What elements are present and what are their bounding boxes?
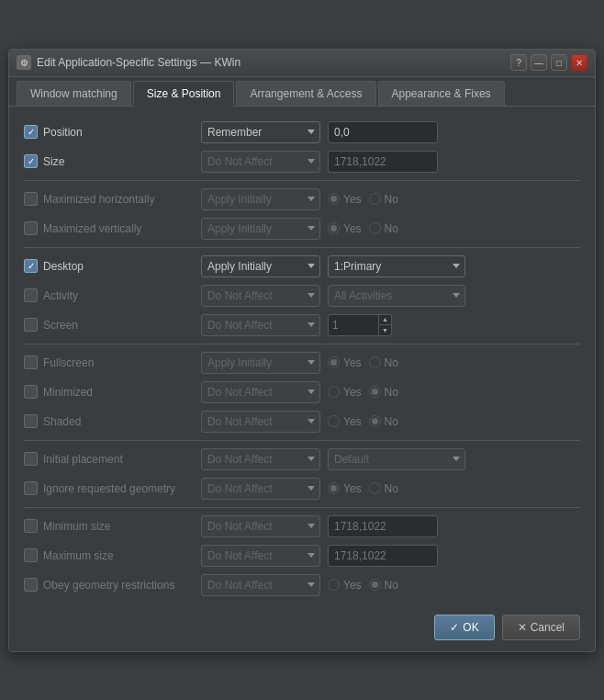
maximized-h-checkbox-label: Maximized horizontally [24, 192, 194, 206]
screen-up-arrow[interactable]: ▲ [379, 315, 391, 326]
minimized-dropdown[interactable]: Do Not Affect Apply Initially [201, 381, 320, 403]
screen-dropdown[interactable]: Do Not Affect Apply Initially [201, 314, 320, 336]
ignore-geometry-no-radio [369, 482, 381, 494]
cancel-button[interactable]: ✕ Cancel [502, 615, 580, 640]
maximized-v-checkbox[interactable] [24, 221, 38, 235]
max-size-dropdown[interactable]: Do Not Affect Apply Initially [201, 545, 320, 567]
tab-window-matching[interactable]: Window matching [17, 81, 131, 106]
desktop-checkbox-label: Desktop [24, 259, 194, 273]
app-icon: ⚙ [17, 55, 31, 70]
screen-arrows: ▲ ▼ [378, 315, 391, 335]
obey-geometry-no: No [369, 579, 398, 592]
desktop-label: Desktop [43, 260, 84, 273]
obey-geometry-yesno: Yes No [328, 579, 398, 592]
maximized-h-yes: Yes [328, 193, 362, 206]
divider-3 [24, 344, 580, 344]
row-activity: Activity Do Not Affect Apply Initially A… [24, 281, 580, 310]
maximized-h-yes-radio [328, 193, 340, 205]
obey-geometry-label: Obey geometry restrictions [43, 579, 174, 592]
desktop-dropdown[interactable]: Apply Initially Do Not Affect [201, 255, 320, 277]
activity-label: Activity [43, 289, 78, 302]
close-button[interactable]: ✕ [571, 54, 587, 71]
ignore-geometry-checkbox[interactable] [24, 481, 38, 495]
minimized-yesno: Yes No [328, 386, 398, 399]
maximized-h-label: Maximized horizontally [43, 193, 154, 206]
minimized-yes: Yes [328, 386, 362, 399]
maximized-h-checkbox[interactable] [24, 192, 38, 206]
obey-geometry-dropdown[interactable]: Do Not Affect Apply Initially [201, 574, 320, 596]
fullscreen-checkbox[interactable] [24, 356, 38, 369]
initial-placement-label: Initial placement [43, 453, 123, 466]
initial-placement-checkbox[interactable] [24, 452, 38, 466]
row-size: Size Do Not Affect Apply Initially Remem… [24, 147, 580, 176]
tab-size-position[interactable]: Size & Position [133, 81, 235, 107]
maximized-h-yesno: Yes No [328, 193, 398, 206]
fullscreen-label: Fullscreen [43, 356, 94, 369]
fullscreen-dropdown[interactable]: Apply Initially Do Not Affect [201, 352, 320, 374]
maximized-h-no-radio [369, 193, 381, 205]
maximized-v-no: No [369, 222, 398, 235]
shaded-checkbox-label: Shaded [24, 414, 194, 428]
ignore-geometry-yesno: Yes No [328, 482, 398, 495]
maximized-v-dropdown[interactable]: Apply Initially Do Not Affect [201, 218, 320, 240]
titlebar: ⚙ Edit Application-Specific Settings — K… [9, 50, 595, 77]
ignore-geometry-dropdown[interactable]: Do Not Affect Apply Initially [201, 478, 320, 500]
position-dropdown[interactable]: Remember Do Not Affect Apply Initially F… [201, 121, 320, 143]
screen-checkbox[interactable] [24, 318, 38, 332]
max-size-checkbox[interactable] [24, 548, 38, 562]
screen-value: 1 [329, 319, 378, 332]
activity-checkbox[interactable] [24, 288, 38, 302]
maximized-v-no-radio [369, 222, 381, 234]
ok-button[interactable]: ✓ OK [434, 615, 494, 640]
position-value[interactable] [328, 121, 438, 143]
minimize-button[interactable]: — [531, 54, 547, 71]
row-ignore-geometry: Ignore requested geometry Do Not Affect … [24, 474, 580, 503]
footer: ✓ OK ✕ Cancel [9, 607, 595, 651]
maximize-button[interactable]: □ [551, 54, 567, 71]
max-size-label: Maximum size [43, 549, 114, 562]
shaded-checkbox[interactable] [24, 414, 38, 428]
fullscreen-yes: Yes [328, 356, 362, 369]
initial-placement-dropdown[interactable]: Do Not Affect Apply Initially [201, 448, 320, 470]
desktop-value[interactable]: 1:Primary 2:Secondary All Desktops [328, 255, 465, 277]
shaded-yes-radio [328, 415, 340, 427]
min-size-dropdown[interactable]: Do Not Affect Apply Initially [201, 515, 320, 537]
activity-value[interactable]: All Activities [328, 285, 465, 307]
obey-geometry-yes-radio [328, 579, 340, 591]
activity-dropdown[interactable]: Do Not Affect Apply Initially [201, 285, 320, 307]
help-button[interactable]: ? [510, 54, 527, 71]
cancel-x-icon: ✕ [518, 621, 527, 634]
max-size-checkbox-label: Maximum size [24, 548, 194, 562]
tab-appearance-fixes[interactable]: Appearance & Fixes [378, 81, 505, 106]
maximized-h-dropdown[interactable]: Apply Initially Do Not Affect [201, 188, 320, 210]
initial-placement-value[interactable]: Default Center Smart [328, 448, 465, 470]
position-checkbox[interactable] [24, 125, 38, 139]
obey-geometry-checkbox-label: Obey geometry restrictions [24, 578, 194, 592]
initial-placement-checkbox-label: Initial placement [24, 452, 194, 466]
size-checkbox[interactable] [24, 154, 38, 168]
ignore-geometry-yes-radio [328, 482, 340, 494]
size-dropdown[interactable]: Do Not Affect Apply Initially Remember [201, 151, 320, 173]
minimized-yes-radio [328, 386, 340, 398]
minimized-checkbox[interactable] [24, 385, 38, 399]
maximized-v-yes: Yes [328, 222, 362, 235]
shaded-dropdown[interactable]: Do Not Affect Apply Initially [201, 411, 320, 433]
maximized-v-checkbox-label: Maximized vertically [24, 221, 194, 235]
obey-geometry-checkbox[interactable] [24, 578, 38, 592]
tab-content: Position Remember Do Not Affect Apply In… [9, 107, 595, 607]
row-obey-geometry: Obey geometry restrictions Do Not Affect… [24, 570, 580, 600]
min-size-checkbox[interactable] [24, 519, 38, 533]
screen-down-arrow[interactable]: ▼ [379, 325, 391, 335]
maximized-v-yesno: Yes No [328, 222, 398, 235]
desktop-checkbox[interactable] [24, 259, 38, 273]
max-size-value [328, 545, 438, 567]
minimized-checkbox-label: Minimized [24, 385, 194, 399]
position-label: Position [43, 126, 83, 139]
row-fullscreen: Fullscreen Apply Initially Do Not Affect… [24, 348, 580, 378]
shaded-no-radio [369, 415, 381, 427]
min-size-value [328, 515, 438, 537]
size-label: Size [43, 155, 64, 168]
row-desktop: Desktop Apply Initially Do Not Affect 1:… [24, 252, 580, 281]
tab-arrangement-access[interactable]: Arrangement & Access [236, 81, 375, 106]
fullscreen-yesno: Yes No [328, 356, 398, 369]
